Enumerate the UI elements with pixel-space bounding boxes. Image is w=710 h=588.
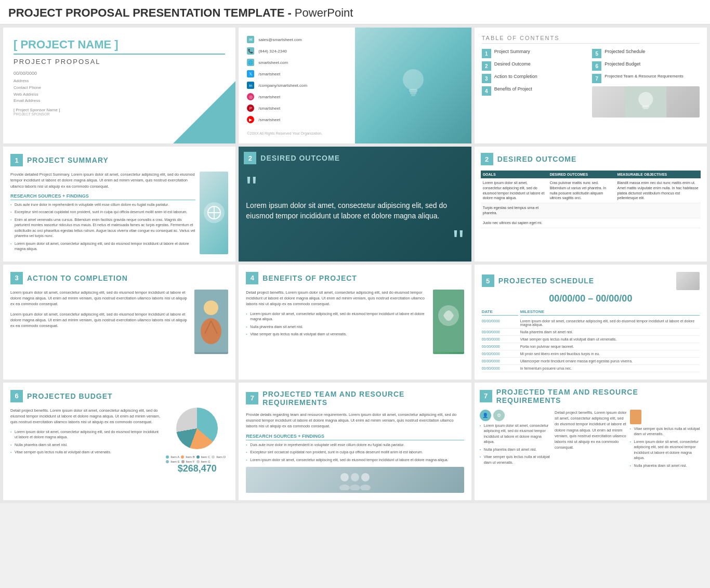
toc-label-3: Action to Completion: [494, 74, 537, 79]
schedule-milestone-6: Ullamcorper morbi tincidunt ornare massa…: [520, 359, 700, 363]
schedule-col-headers: DATE MILESTONE: [482, 309, 700, 316]
teal-triangle-decoration: [173, 81, 235, 143]
contact-social2-row: in /company/smartsheet.com: [247, 82, 347, 89]
toc-label-2: Desired Outcome: [494, 61, 531, 67]
slide-benefits: 4 BENEFITS OF PROJECT Detail project ben…: [239, 265, 471, 380]
schedule-date-header: DATE: [482, 309, 518, 316]
team-bullet-2: Excepteur sint occaecat cupidatat non pr…: [246, 450, 464, 455]
youtube-icon: ▶: [247, 116, 254, 123]
toc-title: TABLE OF CONTENTS: [482, 35, 700, 44]
slide-desired-quote: 2 DESIRED OUTCOME " Lorem ipsum dolor si…: [239, 147, 471, 262]
table-row-3: Justo nec ultrices dui sapien eget mi.: [481, 218, 701, 228]
contact-email-row: ✉ sales@smartsheet.com: [247, 36, 347, 43]
summary-icon-svg: [201, 200, 227, 226]
team-header: 7 PROJECTED TEAM AND RESOURCE REQUIREMEN…: [246, 390, 464, 407]
svg-point-19: [361, 473, 370, 481]
schedule-row-3: 00/00/0000 Vitae semper quis lectus null…: [482, 336, 700, 343]
svg-point-18: [351, 473, 359, 481]
schedule-row-4: 00/00/0000 Porta non pulvinar neque laor…: [482, 343, 700, 350]
team-icon-gear: ⚙: [493, 410, 505, 421]
team-alt-body2: Detail project benefits. Lorem ipsum dol…: [555, 410, 626, 451]
toc-item-1: 1 Project Summary: [482, 49, 589, 58]
toc-item-7: 7 Projected Team & Resource Requirements: [592, 74, 700, 83]
svg-rect-2: [410, 92, 416, 94]
benefits-image: [433, 290, 464, 354]
project-summary-header: 1 PROJECT SUMMARY: [10, 154, 228, 166]
quote-open: ": [246, 180, 257, 195]
toc-item-6: 6 Projected Budget: [592, 61, 700, 71]
toc-num-7: 7: [592, 74, 601, 83]
toc-item-3: 3 Action to Completion: [482, 74, 589, 83]
toc-num-3: 3: [482, 74, 491, 83]
pinterest-icon: P: [247, 104, 254, 112]
section-num-5: 5: [482, 275, 494, 287]
team-bullet-3: Lorem ipsum dolor sit amet, consectetur …: [246, 458, 464, 463]
section-title-team: PROJECTED TEAM AND RESOURCE REQUIREMENTS: [262, 390, 464, 407]
action-header: 3 ACTION TO COMPLETION: [10, 272, 228, 284]
goals-col-header: GOALS: [481, 171, 548, 178]
schedule-image: [676, 272, 700, 290]
legend-label-1: Item A: [170, 455, 179, 459]
goals-cell-2: Turpis egestas sed tempus urna et pharet…: [481, 203, 548, 218]
schedule-milestone-4: Porta non pulvinar neque laoreet.: [520, 345, 700, 348]
twitter-icon: 𝕏: [247, 70, 254, 77]
schedule-date-4: 00/00/0000: [482, 345, 518, 348]
objectives-cell-1: Blandit massa enim nec dui nunc mattis e…: [615, 178, 701, 203]
legend-label-4: Item D: [216, 455, 226, 459]
section-num-6: 6: [10, 390, 23, 402]
phone-icon: 📞: [247, 47, 254, 55]
schedule-row-1: 00/00/0000 Lorem ipsum dolor sit amet, c…: [482, 318, 700, 329]
slides-grid: [ PROJECT NAME ] PROJECT PROPOSAL 00/00/…: [0, 24, 710, 503]
schedule-date-6: 00/00/0000: [482, 359, 518, 363]
section-num-1: 1: [10, 154, 23, 166]
action-body1: Lorem ipsum dolor sit amet, consectetur …: [10, 290, 190, 307]
team-alt-bullets1: Lorem ipsum dolor sit amet, consectetur …: [480, 423, 551, 466]
team-subtitle: RESEARCH SOURCES + FINDINGS: [246, 434, 464, 440]
toc-item-2: 2 Desired Outcome: [482, 61, 589, 71]
action-svg: [194, 290, 228, 352]
toc-label-4: Benefits of Project: [494, 86, 532, 92]
toc-grid: 1 Project Summary 5 Projected Schedule 2…: [482, 49, 700, 117]
contact-social3-row: ◎ /smartsheet: [247, 93, 347, 100]
objectives-col-header: MEASURABLE OBJECTIVES: [615, 171, 701, 178]
title-bold: PowerPoint: [295, 6, 353, 19]
quote-text: Lorem ipsum dolor sit amet, consectetur …: [246, 195, 464, 233]
legend-item-1: Item A: [166, 455, 179, 459]
schedule-row-2: 00/00/0000 Nulla pharetra diam sit amet …: [482, 329, 700, 336]
team-svg: [334, 469, 376, 490]
summary-bullets: Duis aute irure dolor in reprehenderit i…: [10, 202, 195, 252]
contact-phone-row: 📞 (844) 324-2340: [247, 47, 347, 55]
globe-icon: 🌐: [247, 59, 254, 66]
toc-label-1: Project Summary: [494, 49, 530, 54]
section-num-2b: 2: [481, 153, 493, 165]
outcomes-cell-3: [548, 218, 615, 228]
budget-bullet-2: Nulla pharetra diam sit amet nisl.: [10, 442, 162, 448]
schedule-date-2: 00/00/0000: [482, 330, 518, 334]
budget-header: 6 PROJECTED BUDGET: [10, 390, 228, 402]
team-alt-col3: Vitae semper quis lectus nulla at volutp…: [630, 410, 702, 471]
section-title-action: ACTION TO COMPLETION: [27, 274, 128, 282]
toc-num-4: 4: [482, 86, 491, 96]
section-title-summary: PROJECT SUMMARY: [27, 156, 109, 164]
team-bullet-1: Duis aute irure dolor in reprehenderit i…: [246, 442, 464, 448]
section-title-budget: PROJECTED BUDGET: [27, 392, 113, 400]
schedule-rows: 00/00/0000 Lorem ipsum dolor sit amet, c…: [482, 318, 700, 372]
team-alt-bullet1-3: Vitae semper quis lectus nulla at volutp…: [480, 454, 551, 465]
svg-point-17: [340, 473, 349, 481]
outcomes-cell-2: [548, 203, 615, 218]
budget-legend: Item A Item B Item C Item D Item E Item …: [166, 455, 228, 463]
instagram-icon: ◎: [247, 93, 254, 100]
schedule-row-7: 00/00/0000 In fermentum posuere urna nec…: [482, 365, 700, 372]
schedule-row-6: 00/00/0000 Ullamcorper morbi tincidunt o…: [482, 358, 700, 365]
legend-dot-4: [212, 455, 215, 459]
budget-bullet-1: Lorem ipsum dolor sit amet, consectetur …: [10, 429, 162, 440]
contact-website-row: 🌐 smartsheet.com: [247, 59, 347, 66]
contact-social4-row: P /smartsheet: [247, 104, 347, 112]
benefits-bullet-1: Lorem ipsum dolor sit amet, consectetur …: [246, 311, 428, 322]
proposal-label: PROJECT PROPOSAL: [14, 58, 225, 66]
slide-cover: [ PROJECT NAME ] PROJECT PROPOSAL 00/00/…: [3, 28, 235, 143]
schedule-date-7: 00/00/0000: [482, 367, 518, 370]
svg-rect-7: [643, 108, 649, 109]
svg-point-22: [360, 485, 371, 490]
section-title-desired-table: DESIRED OUTCOME: [497, 155, 577, 163]
